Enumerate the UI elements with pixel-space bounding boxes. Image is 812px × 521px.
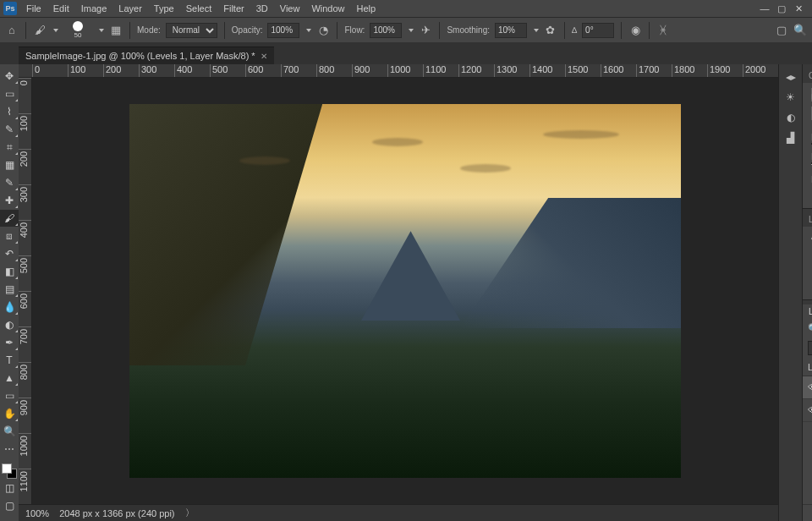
eyedropper-tool[interactable]: ✎ xyxy=(0,174,19,191)
window-minimize-icon[interactable]: — xyxy=(760,3,770,14)
eraser-tool[interactable]: ◧ xyxy=(0,263,19,280)
zoom-level[interactable]: 100% xyxy=(25,508,49,518)
path-select-tool[interactable]: ▲ xyxy=(0,370,19,387)
opacity-input[interactable] xyxy=(267,23,299,38)
lock-label: Lock: xyxy=(808,362,812,372)
layer-row[interactable]: 👁 ▟ Levels 1 xyxy=(803,376,812,399)
quick-mask-icon[interactable]: ◫ xyxy=(0,480,19,496)
brush-tool-icon: 🖌 xyxy=(33,24,47,37)
ruler-horizontal[interactable]: 0100200300400500600700800900100011001200… xyxy=(19,64,778,78)
document-tab-bar: SampleImage-1.jpg @ 100% (Levels 1, Laye… xyxy=(0,42,812,64)
smoothing-label: Smoothing: xyxy=(447,25,490,35)
doc-info[interactable]: 2048 px x 1366 px (240 ppi) xyxy=(59,508,174,518)
menu-type[interactable]: Type xyxy=(148,0,180,17)
options-bar: ⌂ 🖌 50 ▦ Mode: Normal Opacity: ◔ Flow: ✈… xyxy=(0,17,812,42)
menu-select[interactable]: Select xyxy=(180,0,218,17)
blend-mode-select[interactable]: Normal xyxy=(166,23,217,38)
screen-mode-icon[interactable]: ▢ xyxy=(0,497,19,514)
smoothing-input[interactable] xyxy=(495,23,527,38)
menu-image[interactable]: Image xyxy=(75,0,113,17)
properties-panel-tabs: Color Swatches Gradients Patterns Proper… xyxy=(803,64,812,83)
adjustments-panel-icon[interactable]: ◐ xyxy=(783,110,798,125)
healing-tool[interactable]: ✚ xyxy=(0,192,19,209)
window-close-icon[interactable]: ✕ xyxy=(793,3,804,14)
smoothing-options-icon[interactable]: ✿ xyxy=(544,24,557,37)
window-maximize-icon[interactable]: ▢ xyxy=(776,3,787,14)
pressure-opacity-icon[interactable]: ◔ xyxy=(316,24,330,37)
menu-layer[interactable]: Layer xyxy=(112,0,148,17)
ruler-vertical[interactable]: 0100200300400500600700800900100011001200… xyxy=(19,78,32,504)
menu-3d[interactable]: 3D xyxy=(250,0,274,17)
flow-dropdown[interactable] xyxy=(409,29,414,32)
menu-bar: Ps File Edit Image Layer Type Select Fil… xyxy=(0,0,812,17)
menu-file[interactable]: File xyxy=(20,0,47,17)
opacity-label: Opacity: xyxy=(232,25,263,35)
angle-input[interactable] xyxy=(582,23,614,38)
smoothing-dropdown[interactable] xyxy=(534,29,539,32)
stamp-tool[interactable]: ⧇ xyxy=(0,228,19,244)
move-tool[interactable]: ✥ xyxy=(0,68,19,85)
crop-tool[interactable]: ⌗ xyxy=(0,139,19,156)
quick-select-tool[interactable]: ✎ xyxy=(0,121,19,138)
menu-help[interactable]: Help xyxy=(351,0,382,17)
tab-title: SampleImage-1.jpg @ 100% (Levels 1, Laye… xyxy=(25,51,255,61)
angle-icon: ∆ xyxy=(572,25,577,35)
brush-preview[interactable]: 50 xyxy=(63,21,92,40)
shape-tool[interactable]: ▭ xyxy=(0,387,19,404)
hand-tool[interactable]: ✋ xyxy=(0,405,19,422)
layer-row[interactable]: 👁 Background 🔒 xyxy=(803,399,812,422)
pressure-size-icon[interactable]: ◉ xyxy=(628,24,642,37)
menu-filter[interactable]: Filter xyxy=(217,0,250,17)
marquee-tool[interactable]: ▭ xyxy=(0,85,19,102)
dodge-tool[interactable]: ◐ xyxy=(0,316,19,333)
properties-panel: ▟ Masks Layer Mask ▣ ▢ Density:100% Feat… xyxy=(803,83,812,208)
search-icon[interactable]: 🔍 xyxy=(793,24,807,37)
brush-picker-dropdown[interactable] xyxy=(99,29,104,32)
document-image[interactable] xyxy=(129,104,681,478)
frame-tool[interactable]: ▦ xyxy=(0,156,19,173)
expand-dock-icon[interactable]: ◂▸ xyxy=(783,69,798,85)
brush-panel-icon[interactable]: ▦ xyxy=(109,24,123,37)
document-tab[interactable]: SampleImage-1.jpg @ 100% (Levels 1, Laye… xyxy=(19,47,274,64)
type-tool[interactable]: T xyxy=(0,352,19,369)
blur-tool[interactable]: 💧 xyxy=(0,299,19,315)
menu-view[interactable]: View xyxy=(274,0,306,17)
status-bar: 100% 2048 px x 1366 px (240 ppi) 〉 xyxy=(19,504,778,521)
layer-blend-select[interactable]: Normal xyxy=(808,341,812,355)
visibility-icon[interactable]: 👁 xyxy=(808,404,812,416)
visibility-icon[interactable]: 👁 xyxy=(808,381,812,393)
tab-layers[interactable]: Layers xyxy=(803,304,812,319)
color-swatch[interactable] xyxy=(2,463,17,479)
tools-panel: ✥ ▭ ⌇ ✎ ⌗ ▦ ✎ ✚ 🖌 ⧇ ↶ ◧ ▤ 💧 ◐ ✒ T ▲ ▭ ✋ … xyxy=(0,64,19,521)
home-icon[interactable]: ⌂ xyxy=(5,24,19,37)
history-brush-tool[interactable]: ↶ xyxy=(0,245,19,262)
zoom-tool[interactable]: 🔍 xyxy=(0,423,19,440)
canvas-area[interactable] xyxy=(32,78,778,504)
flow-label: Flow: xyxy=(344,25,365,35)
tool-preset-dropdown[interactable] xyxy=(53,29,58,32)
gradient-tool[interactable]: ▤ xyxy=(0,281,19,298)
menu-window[interactable]: Window xyxy=(305,0,350,17)
lasso-tool[interactable]: ⌇ xyxy=(0,103,19,120)
symmetry-icon[interactable]: ᚸ xyxy=(656,24,670,37)
flow-input[interactable] xyxy=(370,23,402,38)
brush-tool[interactable]: 🖌 xyxy=(0,210,19,227)
history-panel-icon[interactable]: ☀ xyxy=(783,90,798,105)
tab-close-icon[interactable]: ✕ xyxy=(261,52,267,61)
mode-label: Mode: xyxy=(137,25,161,35)
tab-color[interactable]: Color xyxy=(803,69,812,83)
pen-tool[interactable]: ✒ xyxy=(0,334,19,351)
levels-panel-icon[interactable]: ▟ xyxy=(783,130,798,145)
app-logo: Ps xyxy=(3,2,17,15)
tool-edit[interactable]: ⋯ xyxy=(0,441,19,458)
opacity-dropdown[interactable] xyxy=(306,29,311,32)
layers-action-bar: ⊂⊃ fx ◫ ◐ 🗀 ⊞ 🗑 xyxy=(803,504,812,521)
menu-edit[interactable]: Edit xyxy=(47,0,75,17)
collapsed-panel-dock: ◂▸ ☀ ◐ ▟ xyxy=(778,64,802,521)
adjustments-panel: Add an adjustment ☀ ▟ ☽ ± ▽ ▦ ◐ ▯ ✿ ↻ ▦ xyxy=(803,227,812,299)
tab-learn[interactable]: Learn xyxy=(803,212,812,227)
layer-filter-bar: 🔍 Kind ▦ ◐ T ▢ ▫ ⏻ xyxy=(803,319,812,338)
workspace-switcher-icon[interactable]: ▢ xyxy=(775,24,788,37)
airbrush-icon[interactable]: ✈ xyxy=(419,24,432,37)
